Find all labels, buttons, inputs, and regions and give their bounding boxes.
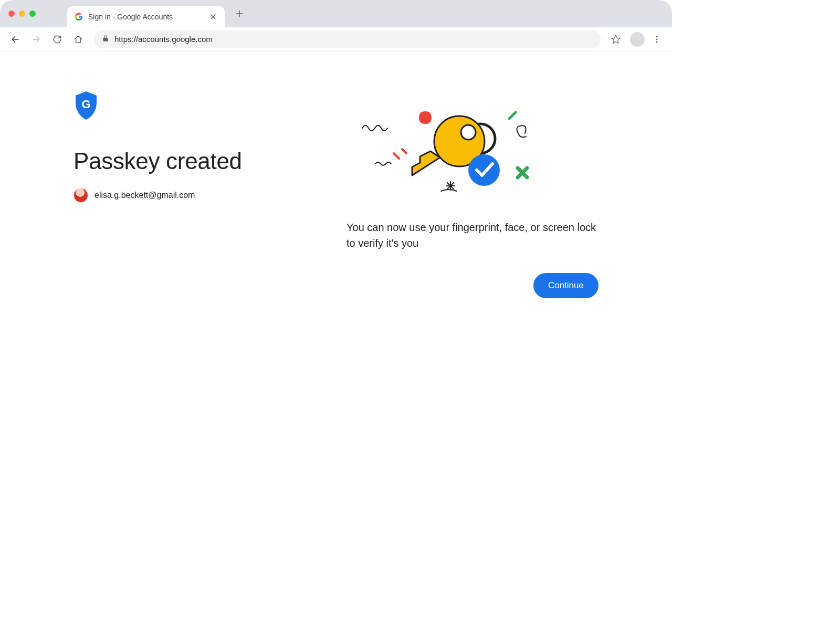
- svg-point-15: [461, 125, 476, 140]
- browser-toolbar: https://accounts.google.com: [0, 27, 672, 51]
- back-button[interactable]: [6, 30, 24, 48]
- address-bar[interactable]: https://accounts.google.com: [93, 30, 601, 48]
- window-controls: [8, 10, 36, 17]
- continue-button[interactable]: Continue: [533, 273, 598, 298]
- new-tab-button[interactable]: [232, 6, 247, 21]
- window-maximize-button[interactable]: [29, 10, 36, 17]
- svg-line-5: [402, 149, 406, 153]
- svg-point-0: [656, 36, 658, 37]
- page-content: G Passkey created elisa.g.beckett@gmail.…: [0, 51, 672, 298]
- svg-point-1: [656, 38, 658, 40]
- left-column: G Passkey created elisa.g.beckett@gmail.…: [74, 91, 346, 298]
- account-email: elisa.g.beckett@gmail.com: [94, 191, 195, 200]
- close-tab-button[interactable]: [209, 13, 217, 21]
- google-favicon-icon: [75, 13, 83, 21]
- tab-title: Sign in - Google Accounts: [88, 13, 204, 21]
- url-text: https://accounts.google.com: [114, 35, 213, 44]
- svg-point-2: [656, 41, 658, 43]
- forward-button[interactable]: [27, 30, 45, 48]
- google-shield-icon: G: [74, 91, 99, 120]
- svg-point-16: [468, 154, 500, 186]
- right-column: You can now use your fingerprint, face, …: [346, 91, 598, 298]
- bookmark-button[interactable]: [607, 30, 625, 48]
- lock-icon: [102, 35, 109, 44]
- body-text: You can now use your fingerprint, face, …: [346, 219, 598, 251]
- svg-line-4: [394, 153, 399, 159]
- profile-avatar-button[interactable]: [630, 32, 645, 47]
- home-button[interactable]: [69, 30, 87, 48]
- browser-tab[interactable]: Sign in - Google Accounts: [67, 6, 225, 27]
- reload-button[interactable]: [48, 30, 66, 48]
- account-chip[interactable]: elisa.g.beckett@gmail.com: [74, 188, 346, 203]
- svg-text:G: G: [81, 98, 90, 111]
- button-row: Continue: [346, 273, 598, 298]
- window-close-button[interactable]: [8, 10, 15, 17]
- window-minimize-button[interactable]: [19, 10, 25, 17]
- tab-strip: Sign in - Google Accounts: [0, 0, 672, 27]
- svg-line-6: [509, 112, 516, 119]
- page-title: Passkey created: [74, 148, 346, 174]
- passkey-illustration-icon: [346, 97, 556, 202]
- account-avatar-icon: [74, 188, 88, 203]
- menu-button[interactable]: [648, 30, 666, 48]
